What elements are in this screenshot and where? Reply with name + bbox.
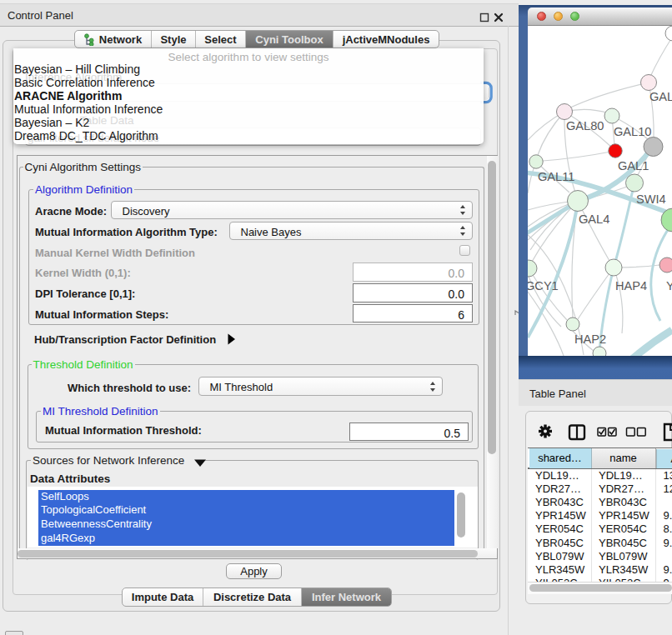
svg-text:GAL10: GAL10 xyxy=(614,125,651,138)
svg-text:HAP4: HAP4 xyxy=(615,279,647,292)
svg-text:GCY1: GCY1 xyxy=(528,279,559,292)
svg-text:YJL: YJL xyxy=(666,279,672,292)
svg-text:GAL80: GAL80 xyxy=(566,119,604,132)
svg-text:GAL2: GAL2 xyxy=(649,90,672,103)
svg-text:SWI4: SWI4 xyxy=(636,192,666,206)
svg-text:GAL4: GAL4 xyxy=(579,212,609,226)
svg-text:HAP2: HAP2 xyxy=(574,332,606,346)
svg-text:GAL11: GAL11 xyxy=(538,170,574,183)
svg-text:GAL1: GAL1 xyxy=(618,159,649,172)
